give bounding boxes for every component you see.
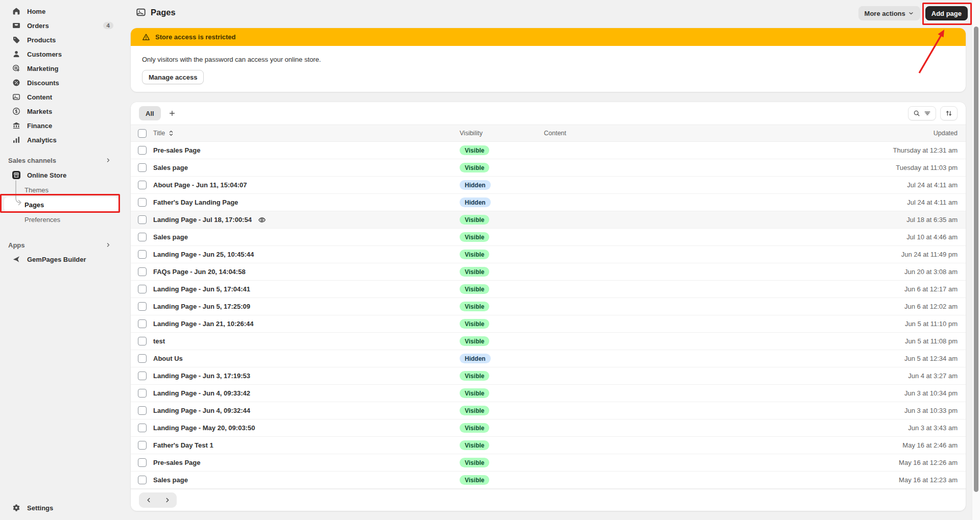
column-title[interactable]: Title [153,130,165,137]
page-title-link[interactable]: Landing Page - Jan 21, 10:26:44 [153,320,254,328]
scrollbar-thumb[interactable] [974,27,978,492]
table-row[interactable]: Landing Page - Jul 18, 17:00:54 Visible … [131,211,966,229]
table-row[interactable]: Landing Page - Jan 21, 10:26:44 Visible … [131,315,966,333]
add-view-button[interactable] [165,106,179,120]
sidebar-item-themes[interactable]: Themes [0,183,123,197]
page-title-link[interactable]: Pre-sales Page [153,459,201,466]
sidebar-item-home[interactable]: Home [0,4,123,18]
page-title-link[interactable]: Landing Page - Jun 4, 09:33:42 [153,389,250,397]
column-content: Content [544,130,934,137]
table-row[interactable]: Pre-sales Page Visible May 16 at 12:26 a… [131,454,966,472]
sort-button[interactable] [940,106,958,120]
page-title-link[interactable]: Sales page [153,476,188,484]
row-checkbox[interactable] [138,146,147,155]
row-checkbox[interactable] [138,319,147,328]
table-row[interactable]: About Us Hidden Jun 5 at 12:34 am [131,350,966,367]
sidebar-item-markets[interactable]: Markets [0,104,123,118]
chevron-right-bold-icon [164,497,171,504]
table-row[interactable]: Landing Page - Jun 3, 17:19:53 Visible J… [131,367,966,385]
sidebar-item-finance[interactable]: Finance [0,118,123,133]
row-checkbox[interactable] [138,163,147,172]
page-title-link[interactable]: Pre-sales Page [153,146,201,154]
next-page-button[interactable] [158,492,177,508]
search-and-filter-button[interactable] [908,106,936,120]
sidebar-section-sales-channels[interactable]: Sales channels [0,153,123,167]
sidebar-item-label: Finance [27,122,52,130]
add-page-button[interactable]: Add page [925,6,968,20]
more-actions-button[interactable]: More actions [858,6,920,20]
table-row[interactable]: Landing Page - Jun 25, 10:45:44 Visible … [131,246,966,263]
table-row[interactable]: Landing Page - Jun 5, 17:25:09 Visible J… [131,298,966,315]
row-checkbox[interactable] [138,302,147,311]
row-checkbox[interactable] [138,476,147,484]
table-row[interactable]: Father's Day Landing Page Hidden Jul 24 … [131,194,966,211]
page-title-link[interactable]: Father's Day Test 1 [153,441,213,449]
manage-access-button[interactable]: Manage access [142,70,204,84]
sidebar-item-customers[interactable]: Customers [0,47,123,61]
page-title-link[interactable]: Sales page [153,164,188,171]
page-title-link[interactable]: Landing Page - Jun 3, 17:19:53 [153,372,250,380]
row-checkbox[interactable] [138,441,147,450]
sidebar-section-apps[interactable]: Apps [0,238,123,252]
row-checkbox[interactable] [138,458,147,467]
page-title-link[interactable]: Landing Page - Jul 18, 17:00:54 [153,216,252,224]
sidebar-item-pages[interactable]: Pages [4,197,118,212]
table-row[interactable]: Landing Page - Jun 4, 09:32:44 Visible J… [131,402,966,419]
row-checkbox[interactable] [138,372,147,380]
page-title-link[interactable]: Landing Page - Jun 4, 09:32:44 [153,407,250,414]
page-title-link[interactable]: About Us [153,355,183,362]
plus-icon [169,110,176,117]
sidebar-item-online-store[interactable]: Online Store [0,167,123,183]
sidebar-item-gempages-builder[interactable]: GemPages Builder [0,252,123,266]
gempages-label: GemPages Builder [27,256,86,263]
row-checkbox[interactable] [138,250,147,259]
row-checkbox[interactable] [138,215,147,224]
table-row[interactable]: Sales page Visible May 16 at 12:23 am [131,472,966,489]
table-row[interactable]: Landing Page - Jun 4, 09:33:42 Visible J… [131,385,966,402]
sidebar-item-preferences[interactable]: Preferences [0,212,123,227]
table-row[interactable]: Landing Page - Jun 5, 17:04:41 Visible J… [131,281,966,298]
table-row[interactable]: FAQs Page - Jun 20, 14:04:58 Visible Jun… [131,263,966,281]
sidebar-item-content[interactable]: Content [0,90,123,104]
row-checkbox[interactable] [138,181,147,189]
row-checkbox[interactable] [138,354,147,363]
page-title-link[interactable]: test [153,337,165,345]
sidebar-item-settings[interactable]: Settings [0,501,123,515]
prev-page-button[interactable] [139,492,158,508]
table-row[interactable]: Landing Page - May 20, 09:03:50 Visible … [131,419,966,437]
row-checkbox[interactable] [138,389,147,398]
page-title-link[interactable]: Landing Page - Jun 5, 17:25:09 [153,303,250,310]
sidebar-item-orders[interactable]: Orders 4 [0,18,123,33]
row-checkbox[interactable] [138,233,147,241]
row-checkbox[interactable] [138,337,147,345]
tab-all[interactable]: All [139,106,161,120]
table-row[interactable]: test Visible Jun 5 at 11:08 pm [131,333,966,350]
sidebar-item-products[interactable]: Products [0,33,123,47]
table-row[interactable]: Sales page Visible Jul 10 at 4:46 am [131,229,966,246]
row-checkbox[interactable] [138,406,147,415]
sort-carets-icon[interactable] [168,130,174,136]
sidebar-item-label: Home [27,8,45,15]
page-title-link[interactable]: Landing Page - Jun 5, 17:04:41 [153,285,250,293]
row-checkbox[interactable] [138,285,147,293]
table-row[interactable]: Father's Day Test 1 Visible May 16 at 2:… [131,437,966,454]
updated-cell: Jun 5 at 11:08 pm [905,337,958,345]
row-checkbox[interactable] [138,424,147,432]
table-row[interactable]: Sales page Visible Tuesday at 11:03 pm [131,159,966,177]
row-checkbox[interactable] [138,198,147,207]
table-row[interactable]: Pre-sales Page Visible Thursday at 12:31… [131,142,966,159]
select-all-checkbox[interactable] [138,129,147,138]
page-title-link[interactable]: Landing Page - May 20, 09:03:50 [153,424,255,432]
row-checkbox[interactable] [138,267,147,276]
page-title-link[interactable]: About Page - Jun 11, 15:04:07 [153,181,247,189]
sidebar-item-analytics[interactable]: Analytics [0,133,123,147]
table-row[interactable]: About Page - Jun 11, 15:04:07 Hidden Jul… [131,177,966,194]
page-title-link[interactable]: FAQs Page - Jun 20, 14:04:58 [153,268,246,276]
page-title-link[interactable]: Father's Day Landing Page [153,199,238,206]
page-title-link[interactable]: Landing Page - Jun 25, 10:45:44 [153,251,254,258]
page-title-link[interactable]: Sales page [153,233,188,241]
sidebar-item-discounts[interactable]: Discounts [0,76,123,90]
themes-label: Themes [25,186,49,194]
sidebar-item-marketing[interactable]: Marketing [0,61,123,76]
vertical-scrollbar[interactable] [972,0,980,520]
